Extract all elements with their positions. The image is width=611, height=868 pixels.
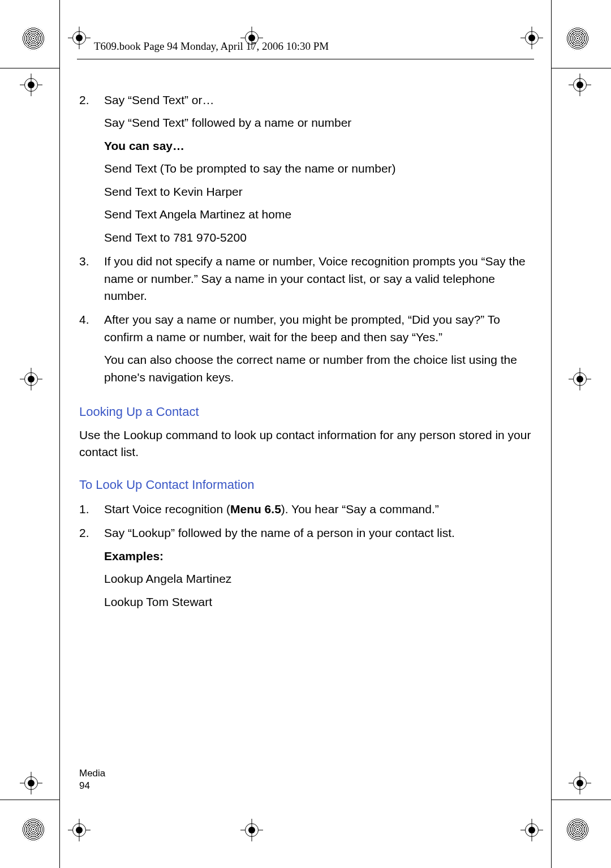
- item-text: Say “Send Text” or…: [104, 93, 214, 106]
- item-text: If you did not specify a name or number,…: [104, 255, 526, 302]
- page-body: 2. Say “Send Text” or… Say “Send Text” f…: [79, 85, 532, 617]
- step-text: Start Voice recognition (Menu 6.5). You …: [104, 502, 439, 515]
- item-number: 2.: [79, 92, 89, 109]
- page-footer: Media 94: [79, 767, 105, 792]
- example-line: Send Text Angela Martinez at home: [104, 206, 532, 223]
- subsection-heading: To Look Up Contact Information: [79, 476, 532, 494]
- menu-ref: Menu 6.5: [230, 502, 281, 515]
- item-number: 2.: [79, 525, 89, 542]
- crosshair-icon: [20, 74, 42, 96]
- crop-line: [0, 68, 59, 68]
- registration-swirl-icon: [566, 818, 590, 841]
- list-item: 4. After you say a name or number, you m…: [79, 311, 532, 386]
- section-heading: Looking Up a Contact: [79, 403, 532, 421]
- step-pre: Start Voice recognition (: [104, 502, 230, 515]
- crop-line: [551, 0, 552, 868]
- you-can-say-label: You can say…: [104, 137, 532, 154]
- list-item: 2. Say “Send Text” or… Say “Send Text” f…: [79, 92, 532, 246]
- section-body: Use the Lookup command to look up contac…: [79, 427, 532, 461]
- crosshair-icon: [20, 368, 42, 390]
- list-item: 1. Start Voice recognition (Menu 6.5). Y…: [79, 501, 532, 518]
- item-extra: You can also choose the correct name or …: [104, 351, 532, 386]
- item-number: 3.: [79, 253, 89, 270]
- registration-swirl-icon: [21, 818, 45, 841]
- crop-line: [552, 800, 611, 800]
- list-item: 2. Say “Lookup” followed by the name of …: [79, 525, 532, 611]
- crosshair-icon: [68, 819, 91, 841]
- crop-line: [0, 800, 59, 800]
- item-extra: Say “Send Text” followed by a name or nu…: [104, 114, 532, 131]
- example-line: Lookup Angela Martinez: [104, 570, 532, 587]
- crop-line: [59, 0, 60, 868]
- example-line: Send Text (To be prompted to say the nam…: [104, 160, 532, 177]
- footer-page-number: 94: [79, 780, 105, 792]
- list-item: 3. If you did not specify a name or numb…: [79, 253, 532, 304]
- examples-label: Examples:: [104, 548, 532, 565]
- item-text: After you say a name or number, you migh…: [104, 313, 500, 343]
- page: T609.book Page 94 Monday, April 17, 2006…: [0, 0, 611, 868]
- crosshair-icon: [569, 368, 591, 390]
- example-line: Lookup Tom Stewart: [104, 594, 532, 611]
- crosshair-icon: [240, 819, 263, 841]
- crosshair-icon: [569, 772, 591, 794]
- crosshair-icon: [20, 772, 42, 794]
- crop-line: [552, 68, 611, 68]
- registration-swirl-icon: [566, 27, 590, 50]
- footer-section: Media: [79, 767, 105, 780]
- registration-swirl-icon: [21, 27, 45, 50]
- item-number: 4.: [79, 311, 89, 328]
- example-line: Send Text to 781 970-5200: [104, 229, 532, 246]
- item-number: 1.: [79, 501, 89, 518]
- crosshair-icon: [520, 819, 543, 841]
- step-post: ). You hear “Say a command.”: [281, 502, 439, 515]
- crosshair-icon: [569, 74, 591, 96]
- step-text: Say “Lookup” followed by the name of a p…: [104, 526, 455, 539]
- page-header: T609.book Page 94 Monday, April 17, 2006…: [77, 35, 534, 59]
- example-line: Send Text to Kevin Harper: [104, 183, 532, 200]
